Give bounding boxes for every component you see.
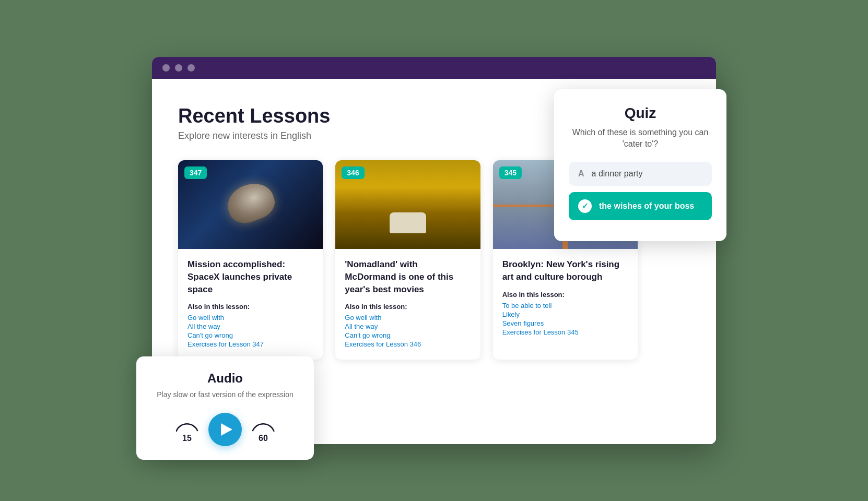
quiz-question: Which of these is something you can 'cat…: [569, 127, 712, 150]
lesson-badge-2: 346: [342, 166, 364, 179]
speed-label-fast: 60: [259, 434, 268, 443]
lesson-link-3-1[interactable]: Likely: [502, 311, 628, 318]
lesson-image-1: 347: [178, 160, 323, 249]
quiz-title: Quiz: [569, 105, 712, 122]
audio-title: Audio: [152, 371, 298, 386]
quiz-popup: Quiz Which of these is something you can…: [554, 89, 726, 241]
audio-speed-slow: 15: [174, 416, 200, 443]
lesson-link-1-2[interactable]: Can't go wrong: [187, 331, 313, 339]
lesson-link-2-3[interactable]: Exercises for Lesson 346: [345, 340, 471, 348]
lesson-badge-1: 347: [184, 166, 207, 179]
lesson-link-1-1[interactable]: All the way: [187, 323, 313, 330]
play-icon: [221, 423, 232, 436]
browser-titlebar: [152, 57, 716, 79]
lesson-link-3-2[interactable]: Seven figures: [502, 319, 628, 327]
quiz-option-b[interactable]: the wishes of your boss: [569, 192, 712, 220]
audio-speed-fast: 60: [250, 416, 276, 443]
lesson-also-2: Also in this lesson:: [345, 303, 471, 311]
lesson-also-1: Also in this lesson:: [187, 303, 313, 311]
browser-dot-3: [187, 64, 195, 71]
browser-dot-2: [175, 64, 182, 71]
svg-line-1: [274, 431, 275, 432]
lesson-title-3: Brooklyn: New York's rising art and cult…: [502, 258, 628, 283]
browser-dot-1: [162, 64, 170, 71]
quiz-option-a-letter: A: [578, 169, 584, 178]
lesson-link-1-0[interactable]: Go well with: [187, 314, 313, 321]
lesson-also-3: Also in this lesson:: [502, 291, 628, 299]
lesson-body-1: Mission accomplished: SpaceX launches pr…: [178, 249, 323, 360]
check-icon: [578, 199, 592, 213]
lesson-link-2-2[interactable]: Can't go wrong: [345, 331, 471, 339]
quiz-option-a-text: a dinner party: [592, 169, 643, 178]
lesson-link-3-0[interactable]: To be able to tell: [502, 302, 628, 309]
lesson-card-2[interactable]: 346 'Nomadland' with McDormand is one of…: [335, 160, 480, 360]
lesson-link-3-3[interactable]: Exercises for Lesson 345: [502, 328, 628, 336]
lesson-title-2: 'Nomadland' with McDormand is one of thi…: [345, 258, 471, 295]
lesson-link-1-3[interactable]: Exercises for Lesson 347: [187, 340, 313, 348]
lesson-badge-3: 345: [499, 166, 522, 179]
speed-arc-slow: [174, 416, 200, 432]
quiz-option-b-text: the wishes of your boss: [599, 201, 694, 211]
play-button[interactable]: [208, 413, 242, 446]
lesson-link-2-1[interactable]: All the way: [345, 323, 471, 330]
audio-subtitle: Play slow or fast version of the express…: [152, 390, 298, 400]
browser-content: Audio Play slow or fast version of the e…: [152, 79, 716, 444]
speed-label-slow: 15: [182, 434, 192, 443]
browser-window: Audio Play slow or fast version of the e…: [152, 57, 716, 444]
lesson-title-1: Mission accomplished: SpaceX launches pr…: [187, 258, 313, 295]
lesson-image-2: 346: [335, 160, 480, 249]
lesson-body-2: 'Nomadland' with McDormand is one of thi…: [335, 249, 480, 360]
lesson-body-3: Brooklyn: New York's rising art and cult…: [493, 249, 638, 348]
speed-arc-fast: [250, 416, 276, 432]
audio-controls: 15 60: [152, 413, 298, 446]
audio-popup: Audio Play slow or fast version of the e…: [136, 356, 314, 460]
lesson-link-2-0[interactable]: Go well with: [345, 314, 471, 321]
quiz-option-a[interactable]: A a dinner party: [569, 162, 712, 186]
lesson-card-1[interactable]: 347 Mission accomplished: SpaceX launche…: [178, 160, 323, 360]
